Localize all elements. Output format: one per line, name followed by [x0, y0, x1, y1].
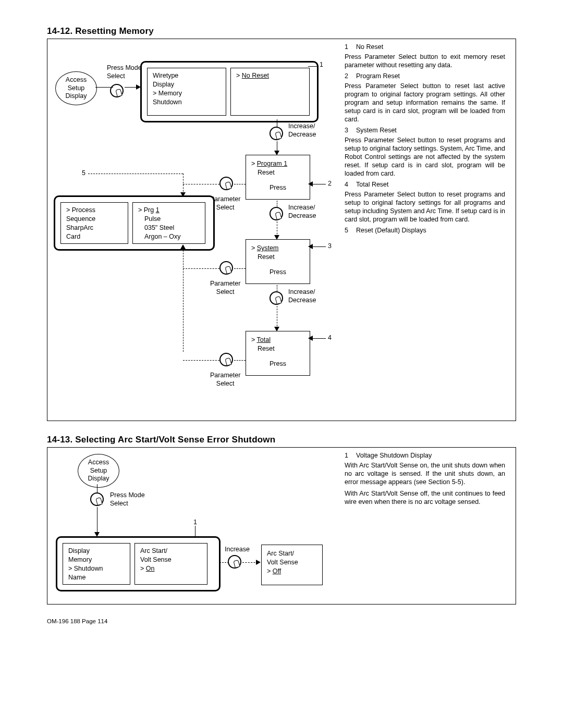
label-increase-decrease-1: Increase/ Decrease [288, 122, 316, 139]
callout-3: 3 [328, 242, 332, 251]
thick-panel-memory: Wiretype Display > Memory Shutdown > No … [140, 61, 319, 122]
label-press-mode-select: Press Mode Select [107, 64, 142, 80]
callout-2: 2 [328, 180, 332, 188]
oval-access-text: Access Setup Display [66, 76, 87, 100]
box-system-reset: > System Reset Press [246, 239, 310, 284]
label-parameter-select-2: Parameter Select [210, 280, 240, 296]
knob-icon [90, 492, 104, 506]
oval-access-text-13: Access Setup Display [88, 459, 109, 482]
thick-panel-default-displays: > Process Sequence SharpArc Card > Prg 1… [54, 195, 215, 251]
thick5-right: > Prg 1 Pulse 035" Steel Argon – Oxy [132, 202, 205, 244]
section-12-title: 14-12. Resetting Memory [47, 26, 516, 36]
knob-icon [270, 207, 283, 220]
box-arc-start-off: Arc Start/ Volt Sense > Off [261, 545, 323, 585]
box-program-reset: > Program 1 Reset Press [246, 155, 310, 200]
callout-1: 1 [320, 61, 323, 69]
knob-icon [270, 127, 283, 140]
label-increase-13: Increase [225, 546, 250, 554]
label-parameter-select-3: Parameter Select [210, 372, 240, 388]
label-increase-decrease-2: Increase/ Decrease [288, 204, 316, 220]
knob-icon [228, 555, 241, 569]
knob-icon [270, 291, 283, 305]
thick-shutdown-right: Arc Start/ Volt Sense > On [134, 543, 207, 585]
callout-5: 5 [82, 169, 85, 178]
thick-panel-memory-left: Wiretype Display > Memory Shutdown [147, 68, 226, 116]
knob-icon [219, 353, 233, 366]
page-footer: OM-196 188 Page 114 [47, 618, 516, 624]
callout-4: 4 [328, 334, 332, 342]
thick-shutdown-left: Display Memory > Shutdown Name [63, 543, 130, 585]
section-12-definitions: 1No Reset Press Parameter Select button … [345, 43, 505, 236]
label-increase-decrease-3: Increase/ Decrease [288, 288, 316, 304]
thick5-left: > Process Sequence SharpArc Card [60, 202, 128, 244]
label-press-mode-select-13: Press Mode Select [110, 491, 145, 508]
knob-icon [219, 261, 233, 275]
knob-icon [110, 84, 124, 97]
section-13-frame: Access Setup Display Press Mode Select 1… [47, 447, 516, 604]
section-13-title: 14-13. Selecting Arc Start/Volt Sense Er… [47, 435, 516, 445]
oval-access-setup-display: Access Setup Display [55, 71, 97, 105]
box-total-reset: > Total Reset Press [246, 331, 310, 376]
knob-icon [219, 177, 233, 190]
thick-panel-shutdown: Display Memory > Shutdown Name Arc Start… [56, 536, 221, 591]
section-12-frame: Access Setup Display Press Mode Select W… [47, 39, 516, 421]
thick-panel-memory-right: > No Reset [230, 68, 310, 116]
section-13-definitions: 1Voltage Shutdown Display With Arc Start… [345, 452, 505, 509]
oval-access-setup-display-13: Access Setup Display [78, 454, 119, 488]
